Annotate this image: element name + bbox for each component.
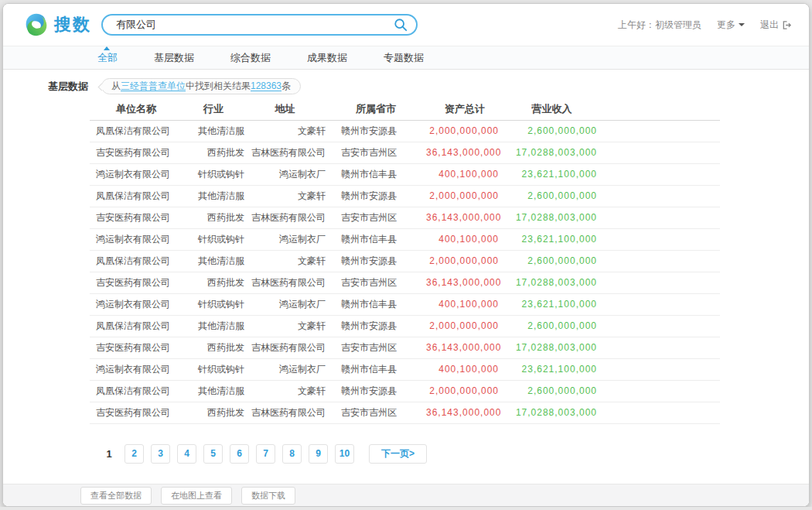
cell-total-assets: 36,143,000,000 (426, 272, 503, 293)
table-row: 鸿运制衣有限公司 针织或钩针 鸿运制衣厂 赣州市信丰县 400,100,000 … (90, 293, 720, 315)
cell-total-assets: 2,000,000,000 (426, 380, 503, 402)
page-button[interactable]: 5 (203, 444, 223, 464)
page-current: 1 (101, 448, 118, 460)
search-icon[interactable] (394, 18, 408, 32)
cell-industry: 西药批发 (183, 272, 244, 293)
cell-revenue: 17,0288,003,000 (503, 272, 600, 293)
cell-revenue: 2,600,000,000 (503, 120, 600, 142)
logout-icon (782, 20, 792, 30)
footer-button-2[interactable]: 数据下载 (241, 487, 295, 505)
footer-button-1[interactable]: 在地图上查看 (161, 487, 232, 505)
cell-industry: 其他清洁服 (183, 380, 244, 402)
cell-province-city: 赣州市安源县 (326, 120, 426, 142)
cell-total-assets: 36,143,000,000 (426, 142, 503, 163)
cell-unit-name: 鸿运制衣有限公司 (90, 358, 183, 380)
next-page-button[interactable]: 下一页> (369, 444, 427, 464)
cell-unit-name: 鸿运制衣有限公司 (90, 228, 183, 250)
cell-address: 文豪轩 (244, 315, 326, 337)
table-row: 凤凰保洁有限公司 其他清洁服 文豪轩 赣州市安源县 2,000,000,000 … (90, 120, 720, 142)
cell-filler (600, 185, 720, 207)
cell-address: 吉林医药有限公司 (244, 207, 326, 228)
cell-unit-name: 凤凰保洁有限公司 (90, 120, 183, 142)
table-row: 凤凰保洁有限公司 其他清洁服 文豪轩 赣州市安源县 2,000,000,000 … (90, 380, 720, 402)
results-table-wrap: 单位名称 行业 地址 所属省市 资产总计 营业收入 凤凰保洁有限公司 其他清洁服… (90, 99, 720, 424)
cell-revenue: 23,621,100,000 (503, 293, 600, 315)
result-summary-bubble: 从三经普普查单位中找到相关结果128363条 (101, 78, 301, 94)
content-area: 基层数据 从三经普普查单位中找到相关结果128363条 单位名称 行业 地址 (3, 70, 809, 506)
cell-filler (600, 358, 720, 380)
page-buttons-host: 2345678910 (125, 444, 354, 464)
cell-total-assets: 2,000,000,000 (426, 315, 503, 337)
footer-button-0[interactable]: 查看全部数据 (80, 487, 152, 505)
cell-province-city: 吉安市吉州区 (326, 207, 426, 228)
brand-logo-icon (25, 13, 48, 36)
cell-filler (600, 228, 720, 250)
cell-province-city: 吉安市吉州区 (326, 142, 426, 163)
results-table: 单位名称 行业 地址 所属省市 资产总计 营业收入 凤凰保洁有限公司 其他清洁服… (90, 99, 720, 424)
cell-revenue: 23,621,100,000 (503, 228, 600, 250)
cell-address: 鸿运制衣厂 (244, 293, 326, 315)
table-row: 吉安医药有限公司 西药批发 吉林医药有限公司 吉安市吉州区 36,143,000… (90, 337, 720, 358)
cell-filler (600, 337, 720, 358)
logout-button[interactable]: 退出 (760, 19, 792, 32)
cell-unit-name: 吉安医药有限公司 (90, 142, 183, 163)
chevron-down-icon (739, 23, 745, 29)
page-button[interactable]: 8 (282, 444, 302, 464)
footer-bar: 查看全部数据在地图上查看数据下载 (3, 484, 809, 506)
cell-province-city: 赣州市信丰县 (326, 228, 426, 250)
cell-province-city: 赣州市安源县 (326, 380, 426, 402)
cell-province-city: 赣州市安源县 (326, 315, 426, 337)
more-menu[interactable]: 更多 (717, 19, 745, 32)
logout-label: 退出 (760, 19, 779, 32)
page-button[interactable]: 6 (230, 444, 249, 464)
cell-unit-name: 吉安医药有限公司 (90, 207, 183, 228)
cell-unit-name: 鸿运制衣有限公司 (90, 293, 183, 315)
app-window: 搜数 上午好：初级管理员 更多 退出 (2, 3, 810, 507)
header-total-assets: 资产总计 (426, 99, 503, 120)
table-row: 吉安医药有限公司 西药批发 吉林医药有限公司 吉安市吉州区 36,143,000… (90, 402, 720, 423)
cell-industry: 其他清洁服 (183, 120, 244, 142)
cell-total-assets: 400,100,000 (426, 228, 503, 250)
search-input[interactable] (116, 19, 394, 31)
table-row: 吉安医药有限公司 西药批发 吉林医药有限公司 吉安市吉州区 36,143,000… (90, 207, 720, 228)
tab-2[interactable]: 综合数据 (230, 51, 271, 65)
source-link[interactable]: 三经普普查单位 (121, 80, 186, 91)
page-button[interactable]: 3 (151, 444, 170, 464)
header-province-city: 所属省市 (326, 99, 426, 120)
cell-revenue: 2,600,000,000 (503, 250, 600, 272)
table-row: 凤凰保洁有限公司 其他清洁服 文豪轩 赣州市安源县 2,000,000,000 … (90, 315, 720, 337)
cell-province-city: 赣州市信丰县 (326, 163, 426, 185)
cell-industry: 其他清洁服 (183, 185, 244, 207)
page-button[interactable]: 4 (177, 444, 196, 464)
cell-industry: 其他清洁服 (183, 250, 244, 272)
cell-address: 吉林医药有限公司 (244, 142, 326, 163)
cell-revenue: 17,0288,003,000 (503, 142, 600, 163)
cell-total-assets: 400,100,000 (426, 163, 503, 185)
page-button[interactable]: 10 (335, 444, 354, 464)
cell-province-city: 赣州市安源县 (326, 250, 426, 272)
tab-1[interactable]: 基层数据 (154, 51, 194, 65)
result-text-prefix: 从 (111, 80, 121, 91)
tab-4[interactable]: 专题数据 (384, 51, 424, 65)
cell-revenue: 17,0288,003,000 (503, 402, 600, 423)
cell-unit-name: 吉安医药有限公司 (90, 402, 183, 423)
result-line: 基层数据 从三经普普查单位中找到相关结果128363条 (3, 78, 809, 94)
cell-province-city: 吉安市吉州区 (326, 402, 426, 423)
tab-0[interactable]: 全部 (97, 51, 118, 65)
cell-total-assets: 400,100,000 (426, 293, 503, 315)
page-button[interactable]: 2 (125, 444, 144, 464)
result-count-link[interactable]: 128363 (251, 80, 281, 91)
cell-revenue: 23,621,100,000 (503, 358, 600, 380)
cell-province-city: 吉安市吉州区 (326, 337, 426, 358)
category-label: 基层数据 (48, 80, 88, 94)
cell-filler (600, 120, 720, 142)
cell-address: 文豪轩 (244, 185, 326, 207)
page-button[interactable]: 9 (309, 444, 328, 464)
cell-industry: 西药批发 (183, 207, 244, 228)
cell-filler (600, 380, 720, 402)
cell-unit-name: 吉安医药有限公司 (90, 337, 183, 358)
tab-3[interactable]: 成果数据 (307, 51, 347, 65)
page-button[interactable]: 7 (256, 444, 275, 464)
search-box[interactable] (101, 14, 418, 36)
active-tab-pointer-icon (104, 43, 110, 50)
